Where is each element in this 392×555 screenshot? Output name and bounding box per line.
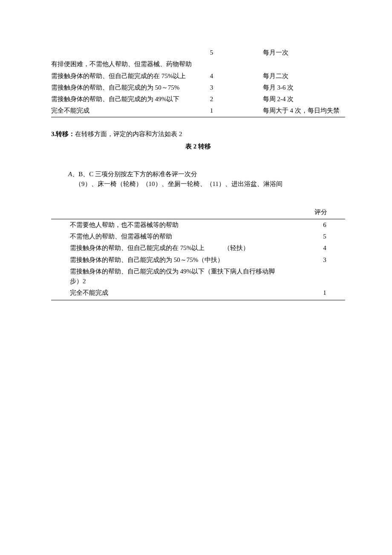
table-row: 需接触身体的帮助、自己能完成的为 50～75% 3 每月 3-6 次	[51, 82, 345, 93]
table-row: 需接触身体的帮助、自己能完成的为 49%以下 2 每周 2-4 次	[51, 93, 345, 105]
header-desc-empty	[51, 206, 280, 219]
table-row: 需接触身体的帮助、自己能完成的为 50～75%（中扶） 3	[51, 254, 345, 266]
cell-freq: 每月 3-6 次	[263, 82, 345, 93]
cell-desc: 需接触身体的帮助、但自己能完成的在 75%以上 （轻扶）	[51, 242, 280, 254]
cell-score	[204, 58, 263, 70]
cell-score: 1	[280, 287, 345, 300]
section-desc: 在转移方面，评定的内容和方法如表 2	[75, 131, 182, 137]
table-row: 有排便困难，不需他人帮助、但需器械、药物帮助	[51, 58, 345, 70]
table-1-excretion: 5 每月一次 有排便困难，不需他人帮助、但需器械、药物帮助 需接触身体的帮助、但…	[51, 47, 345, 117]
cell-desc: 完全不能完成	[51, 105, 204, 117]
table-row: 5 每月一次	[51, 47, 345, 58]
section-title: 转移：	[56, 131, 75, 137]
cell-desc: 不需他人的帮助、但需器械等的帮助	[51, 231, 280, 242]
cell-score: 6	[280, 219, 345, 231]
table-2-caption: 表 2 转移	[51, 142, 345, 151]
cell-desc: 有排便困难，不需他人帮助、但需器械、药物帮助	[51, 58, 204, 70]
cell-desc: 需接触身体的帮助、自己能完成的仅为 49%以下（重扶下病人自行移动脚步）2	[51, 266, 280, 288]
cell-score	[280, 266, 345, 288]
cell-score: 1	[204, 105, 263, 117]
cell-score: 4	[280, 242, 345, 254]
cell-desc: 需接触身体的帮助、自己能完成的为 49%以下	[51, 93, 204, 105]
document-page: 5 每月一次 有排便困难，不需他人帮助、但需器械、药物帮助 需接触身体的帮助、但…	[0, 0, 392, 300]
cell-score: 5	[280, 231, 345, 242]
cell-desc: 需接触身体的帮助、但自己能完成的在 75%以上	[51, 70, 204, 82]
table-row: 需接触身体的帮助、自己能完成的仅为 49%以下（重扶下病人自行移动脚步）2	[51, 266, 345, 288]
cell-score: 3	[280, 254, 345, 266]
table-row: 不需要他人帮助，也不需器械等的帮助 6	[51, 219, 345, 231]
cell-desc: 需接触身体的帮助、自己能完成的为 50～75%（中扶）	[51, 254, 280, 266]
abc-note-line1: A、B、C 三项分别按左下方的标准各评一次分	[68, 169, 345, 179]
table-2-transfer: 评分 不需要他人帮助，也不需器械等的帮助 6 不需他人的帮助、但需器械等的帮助 …	[51, 206, 345, 300]
cell-score: 2	[204, 93, 263, 105]
cell-freq: 每周 2-4 次	[263, 93, 345, 105]
header-score: 评分	[280, 206, 345, 219]
section-number: 3.	[51, 131, 56, 137]
cell-freq: 每周大于 4 次，每日均失禁	[263, 105, 345, 117]
table-row: 不需他人的帮助、但需器械等的帮助 5	[51, 231, 345, 242]
abc-note-line2: （9）、床一椅（轮椅）（10）、坐厕一轮椅、（11）、进出浴盆、淋浴间	[68, 179, 345, 189]
abc-rest: 、B、C 三项分别按左下方的标准各评一次分	[72, 171, 197, 177]
cell-desc: 完全不能完成	[51, 287, 280, 300]
cell-desc: 不需要他人帮助，也不需器械等的帮助	[51, 219, 280, 231]
cell-desc	[51, 47, 204, 58]
abc-note: A、B、C 三项分别按左下方的标准各评一次分 （9）、床一椅（轮椅）（10）、坐…	[51, 169, 345, 189]
cell-score: 4	[204, 70, 263, 82]
cell-freq	[263, 58, 345, 70]
cell-desc: 需接触身体的帮助、自己能完成的为 50～75%	[51, 82, 204, 93]
cell-score: 5	[204, 47, 263, 58]
table-header-row: 评分	[51, 206, 345, 219]
table-row: 需接触身体的帮助、但自己能完成的在 75%以上 4 每月二次	[51, 70, 345, 82]
section-3-heading: 3.转移：在转移方面，评定的内容和方法如表 2	[51, 129, 345, 139]
italic-a: A	[68, 171, 72, 177]
section-3-transfer: 3.转移：在转移方面，评定的内容和方法如表 2 表 2 转移 A、B、C 三项分…	[51, 129, 345, 300]
cell-score: 3	[204, 82, 263, 93]
table-row: 完全不能完成 1 每周大于 4 次，每日均失禁	[51, 105, 345, 117]
cell-freq: 每月二次	[263, 70, 345, 82]
table-row: 需接触身体的帮助、但自己能完成的在 75%以上 （轻扶） 4	[51, 242, 345, 254]
cell-freq: 每月一次	[263, 47, 345, 58]
table-row: 完全不能完成 1	[51, 287, 345, 300]
